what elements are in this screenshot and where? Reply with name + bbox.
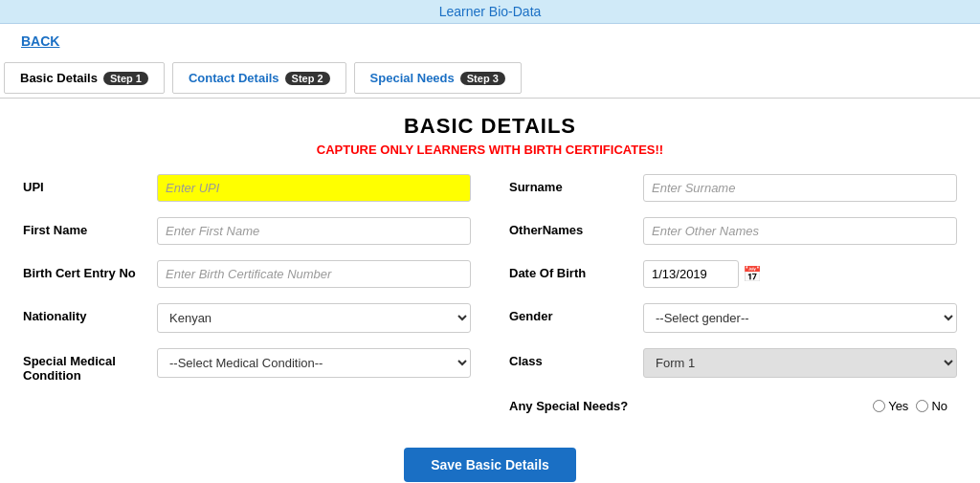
class-row: Class Form 1 Form 2 Form 3 Form 4	[509, 348, 957, 378]
firstname-input[interactable]	[157, 217, 471, 245]
right-column: Surname OtherNames Date Of Birth 📅	[509, 174, 957, 428]
medical-select-wrap: --Select Medical Condition--	[157, 348, 471, 378]
birthcert-input[interactable]	[157, 260, 471, 288]
dob-row: Date Of Birth 📅	[509, 260, 957, 288]
tab-special[interactable]: Special Needs Step 3	[354, 62, 522, 94]
tab-basic[interactable]: Basic Details Step 1	[4, 62, 165, 94]
dob-input[interactable]	[643, 260, 739, 288]
class-select-wrap: Form 1 Form 2 Form 3 Form 4	[643, 348, 957, 378]
radio-no-label[interactable]: No	[916, 399, 947, 413]
gender-select[interactable]: --Select gender-- Male Female	[643, 303, 957, 333]
surname-input-wrap	[643, 174, 957, 202]
header-title: Learner Bio-Data	[439, 4, 542, 19]
special-needs-label: Any Special Needs?	[509, 393, 643, 413]
tabs-container: Basic Details Step 1 Contact Details Ste…	[0, 58, 980, 99]
medical-label: Special Medical Condition	[23, 348, 157, 383]
gender-select-wrap: --Select gender-- Male Female	[643, 303, 957, 333]
othernames-input[interactable]	[643, 217, 957, 245]
birthcert-row: Birth Cert Entry No	[23, 260, 471, 288]
upi-input-wrap	[157, 174, 471, 202]
nationality-row: Nationality Kenyan Other	[23, 303, 471, 333]
othernames-row: OtherNames	[509, 217, 957, 245]
radio-yes[interactable]	[873, 400, 885, 412]
class-label: Class	[509, 348, 643, 368]
medical-row: Special Medical Condition --Select Medic…	[23, 348, 471, 383]
page-header: Learner Bio-Data	[0, 0, 980, 24]
date-wrap: 📅	[643, 260, 957, 288]
dob-input-wrap: 📅	[643, 260, 957, 288]
warning-text: CAPTURE ONLY LEARNERS WITH BIRTH CERTIFI…	[23, 143, 957, 157]
dob-label: Date Of Birth	[509, 260, 643, 280]
form-grid: UPI First Name Birth Cert Entry No	[23, 174, 957, 428]
tab-basic-badge: Step 1	[103, 72, 148, 85]
upi-input[interactable]	[157, 174, 471, 202]
nationality-select-wrap: Kenyan Other	[157, 303, 471, 333]
left-column: UPI First Name Birth Cert Entry No	[23, 174, 471, 428]
tab-basic-label: Basic Details	[20, 71, 98, 85]
nationality-label: Nationality	[23, 303, 157, 323]
tab-special-label: Special Needs	[370, 71, 455, 85]
page-title: BASIC DETAILS	[23, 114, 957, 139]
othernames-label: OtherNames	[509, 217, 643, 237]
back-link[interactable]: BACK	[10, 28, 71, 55]
medical-select[interactable]: --Select Medical Condition--	[157, 348, 471, 378]
tab-contact-label: Contact Details	[189, 71, 279, 85]
surname-row: Surname	[509, 174, 957, 202]
nationality-select[interactable]: Kenyan Other	[157, 303, 471, 333]
special-needs-wrap: Yes No	[643, 393, 957, 413]
gender-label: Gender	[509, 303, 643, 323]
gender-row: Gender --Select gender-- Male Female	[509, 303, 957, 333]
upi-label: UPI	[23, 174, 157, 194]
save-button-wrap: Save Basic Details	[23, 448, 957, 482]
special-needs-row: Any Special Needs? Yes No	[509, 393, 957, 413]
birthcert-input-wrap	[157, 260, 471, 288]
tab-contact-badge: Step 2	[285, 72, 330, 85]
upi-row: UPI	[23, 174, 471, 202]
main-content: BASIC DETAILS CAPTURE ONLY LEARNERS WITH…	[0, 99, 980, 483]
firstname-input-wrap	[157, 217, 471, 245]
firstname-row: First Name	[23, 217, 471, 245]
calendar-icon[interactable]: 📅	[743, 265, 762, 283]
surname-input[interactable]	[643, 174, 957, 202]
radio-no[interactable]	[916, 400, 928, 412]
firstname-label: First Name	[23, 217, 157, 237]
radio-yes-text: Yes	[888, 399, 908, 413]
surname-label: Surname	[509, 174, 643, 194]
save-button[interactable]: Save Basic Details	[404, 448, 576, 482]
tab-contact[interactable]: Contact Details Step 2	[172, 62, 346, 94]
radio-no-text: No	[931, 399, 947, 413]
radio-yes-label[interactable]: Yes	[873, 399, 908, 413]
radio-group: Yes No	[643, 393, 957, 413]
birthcert-label: Birth Cert Entry No	[23, 260, 157, 280]
tab-special-badge: Step 3	[460, 72, 505, 85]
othernames-input-wrap	[643, 217, 957, 245]
class-select[interactable]: Form 1 Form 2 Form 3 Form 4	[643, 348, 957, 378]
